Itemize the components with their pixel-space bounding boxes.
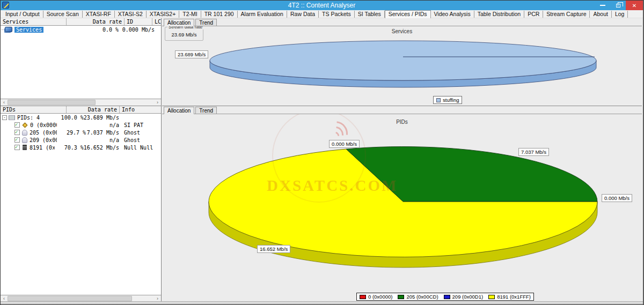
app-window: 4T2 :: Content Analyser ✕ Input / Output… — [0, 0, 644, 305]
pid-rate: 7.037 Mb/s — [86, 130, 119, 136]
tab-video-analysis[interactable]: Video Analysis — [431, 11, 474, 18]
pid-label[interactable]: 205 (0x00CD) — [30, 130, 57, 136]
minimize-icon — [600, 5, 605, 6]
col-header-pids[interactable]: PIDs — [1, 106, 67, 113]
col-header-data-rate[interactable]: Data rate — [67, 18, 125, 25]
minimize-button[interactable] — [595, 1, 610, 10]
tab-trend[interactable]: Trend — [195, 107, 217, 114]
pids-table-panel: PIDs Data rate Info - PIDs: 4 100.0 % 23… — [1, 106, 161, 302]
diamond-icon — [23, 122, 28, 128]
restore-button[interactable] — [610, 1, 626, 10]
pid-209-rate-label: 0.000 Mb/s — [602, 194, 632, 202]
tab-raw-data[interactable]: Raw Data — [287, 11, 319, 18]
tab-xtasi-rf[interactable]: XTASI-RF — [83, 11, 115, 18]
pids-chart-tabs: Allocation Trend — [162, 106, 642, 114]
services-root-percent: 0.0 % — [100, 27, 119, 33]
tab-log[interactable]: Log — [612, 11, 628, 18]
pids-pie-chart — [162, 106, 642, 302]
pid-percent: 70.3 % — [55, 145, 84, 151]
legend-item-0x00d1: 209 (0x00D1) — [444, 294, 484, 300]
services-chart-legend: stuffing — [433, 96, 462, 104]
tab-tr-101-290[interactable]: TR 101 290 — [201, 11, 238, 18]
scroll-right-icon[interactable]: › — [154, 99, 161, 106]
pid-209-color-swatch — [444, 295, 450, 299]
services-chart-title: Services — [162, 28, 642, 34]
pid-row-0x00d1[interactable]: 209 (0x00D1) n/a Ghost — [1, 136, 161, 144]
tab-ts-packets[interactable]: TS Packets — [319, 11, 355, 18]
tab-xtasi-s2[interactable]: XTASI-S2 — [115, 11, 147, 18]
tab-trend[interactable]: Trend — [195, 19, 217, 26]
tab-about[interactable]: About — [590, 11, 611, 18]
tab-xtasis2plus[interactable]: XTASIS2+ — [147, 11, 180, 18]
close-button[interactable]: ✕ — [626, 1, 643, 10]
pid-205-rate-label: 7.037 Mb/s — [518, 148, 549, 156]
tab-input-output[interactable]: Input / Output — [2, 11, 43, 18]
tab-services-pids[interactable]: Services / PIDs — [385, 10, 431, 18]
scrollbar-thumb[interactable] — [8, 100, 96, 105]
tab-si-tables[interactable]: SI Tables — [355, 11, 385, 18]
tab-allocation[interactable]: Allocation — [164, 19, 194, 26]
legend-label: 8191 (0x1FFF) — [497, 294, 531, 300]
pids-root-label[interactable]: PIDs: 4 — [17, 115, 40, 121]
pid-checkbox[interactable] — [14, 130, 20, 135]
pid-row-0x0000[interactable]: 0 (0x0000) n/a SI PAT — [1, 121, 161, 129]
tree-connector: ┄ — [1, 27, 5, 33]
right-panel: Allocation Trend Stream data rate 23.69 … — [162, 18, 642, 302]
pids-root-row[interactable]: - PIDs: 4 100.0 % 23.689 Mb/s — [1, 114, 161, 121]
pid-row-0x1fff[interactable]: 8191 (0x1FFF) 70.3 % 16.652 Mb/s Null Nu… — [1, 144, 161, 151]
pid-label[interactable]: 8191 (0x1FFF) — [30, 145, 55, 151]
tab-allocation[interactable]: Allocation — [164, 107, 194, 114]
services-horizontal-scrollbar[interactable]: ‹ › — [1, 99, 161, 106]
pid-label[interactable]: 0 (0x0000) — [30, 122, 57, 128]
stuffing-rate-label: 23.689 Mb/s — [175, 50, 208, 58]
tab-pcr[interactable]: PCR — [524, 11, 543, 18]
col-header-services[interactable]: Services — [1, 18, 67, 25]
pid-205-color-swatch — [398, 295, 404, 299]
tab-stream-capture[interactable]: Stream Capture — [543, 11, 590, 18]
close-icon: ✕ — [632, 3, 636, 9]
services-icon — [5, 27, 12, 32]
services-chart-tabs: Allocation Trend — [162, 18, 642, 26]
services-root-row[interactable]: ┄ Services 0.0 % 0.000 Mb/s — [1, 26, 161, 33]
collapse-icon[interactable]: - — [2, 115, 7, 120]
pid-rate: n/a — [86, 137, 119, 143]
col-header-id[interactable]: ID — [125, 18, 152, 25]
pid-table-icon — [9, 115, 15, 120]
legend-label: stuffing — [443, 97, 459, 103]
tab-alarm-evaluation[interactable]: Alarm Evaluation — [238, 11, 287, 18]
col-header-info[interactable]: Info — [120, 106, 161, 113]
pid-checkbox[interactable] — [14, 122, 20, 128]
left-panel: Services Data rate ID LC ┄ Services 0.0 … — [1, 18, 162, 302]
legend-label: 205 (0x00CD) — [406, 294, 438, 300]
tab-t2-mi[interactable]: T2-MI — [179, 11, 201, 18]
stream-data-rate-groupbox: Stream data rate 23.69 Mb/s — [165, 27, 203, 41]
pid-checkbox[interactable] — [14, 145, 20, 150]
pid-checkbox[interactable] — [14, 137, 20, 143]
scroll-left-icon[interactable]: ‹ — [1, 99, 8, 106]
tab-table-distribution[interactable]: Table Distribution — [474, 11, 525, 18]
services-root-label[interactable]: Services — [14, 27, 43, 33]
legend-item-0x00cd: 205 (0x00CD) — [398, 294, 438, 300]
legend-label: 0 (0x0000) — [368, 294, 392, 300]
legend-label: 209 (0x00D1) — [452, 294, 484, 300]
pid-8191-color-swatch — [488, 295, 495, 299]
legend-item-0x1fff: 8191 (0x1FFF) — [488, 294, 531, 300]
pid-rate: 16.652 Mb/s — [84, 145, 119, 151]
pid-rate: n/a — [86, 122, 119, 128]
pids-table-header: PIDs Data rate Info — [1, 106, 161, 114]
pid-8191-rate-label: 16.652 Mb/s — [257, 245, 290, 253]
tab-source-scan[interactable]: Source Scan — [43, 11, 83, 18]
legend-item-stuffing[interactable]: stuffing — [436, 97, 459, 103]
pid-label[interactable]: 209 (0x00D1) — [30, 137, 57, 143]
pid-info: Ghost — [119, 130, 161, 136]
menu-tab-bar: Input / Output Source Scan XTASI-RF XTAS… — [1, 10, 643, 18]
pids-chart-title: PIDs — [162, 119, 642, 125]
scrollbar-thumb[interactable] — [8, 296, 132, 301]
services-root-rate: 0.000 Mb/s — [119, 27, 155, 33]
stream-data-rate-value: 23.69 Mb/s — [165, 32, 203, 38]
col-header-data-rate[interactable]: Data rate — [67, 106, 120, 113]
pid-info: Ghost — [119, 137, 161, 143]
pid-row-0x00cd[interactable]: 205 (0x00CD) 29.7 % 7.037 Mb/s Ghost — [1, 129, 161, 136]
services-chart-section: Allocation Trend Stream data rate 23.69 … — [162, 18, 642, 106]
col-header-lc[interactable]: LC — [152, 18, 161, 25]
